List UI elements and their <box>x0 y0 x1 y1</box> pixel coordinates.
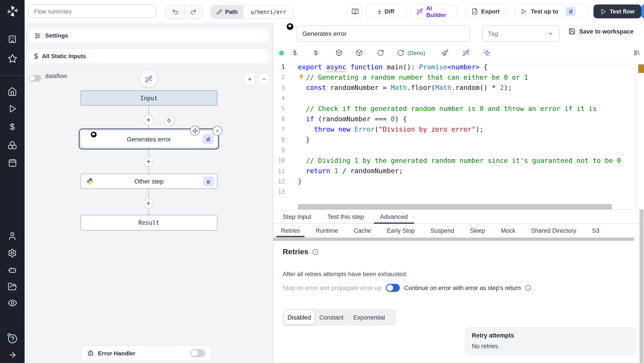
sidebar-item-workers[interactable] <box>0 262 24 277</box>
export-button[interactable]: Export <box>465 5 506 18</box>
undo-button[interactable] <box>166 5 184 18</box>
subtab-suspend[interactable]: Suspend <box>426 224 459 237</box>
sidebar-item-help[interactable] <box>0 331 24 346</box>
move-step-handle[interactable] <box>190 126 200 136</box>
code-line[interactable]: 5 // Check if the generated random numbe… <box>273 103 636 114</box>
add-step-button[interactable] <box>143 156 154 167</box>
diff-button[interactable]: ± Diff <box>366 5 406 18</box>
code-line[interactable]: 13 <box>273 187 636 197</box>
all-static-inputs-button[interactable]: $ All Static Inputs <box>28 48 270 64</box>
flow-node-other-step[interactable]: Other step e <box>80 174 217 189</box>
flow-node-generates-error[interactable]: TS Generates error d <box>80 130 217 148</box>
error-handler-toggle[interactable] <box>190 349 205 357</box>
ai-builder-button[interactable]: AI Builder <box>410 5 457 18</box>
subtab-sleep[interactable]: Sleep <box>465 224 490 237</box>
flow-settings-button[interactable]: Settings <box>28 28 270 44</box>
path-edit-button[interactable]: Path <box>211 5 243 18</box>
subtab-retries[interactable]: Retries <box>276 224 304 237</box>
subtab-early-stop[interactable]: Early Stop <box>382 224 419 237</box>
library-panel-icon[interactable] <box>633 49 640 56</box>
package-icon[interactable] <box>356 49 363 56</box>
refresh-icon[interactable] <box>377 49 384 56</box>
retry-mode-constant[interactable]: Constant <box>314 310 348 324</box>
code-line[interactable]: 3 const randomNumber = Math.floor(Math.r… <box>273 83 636 93</box>
subtab-cache[interactable]: Cache <box>349 224 376 237</box>
sidebar-item-users[interactable] <box>0 228 24 243</box>
flow-node-input[interactable]: Input <box>80 90 217 106</box>
zoom-in-button[interactable]: + <box>244 73 255 85</box>
magic-wand-icon[interactable] <box>462 49 470 56</box>
code-line[interactable]: 4 <box>273 93 636 104</box>
zoom-out-button[interactable]: − <box>258 73 270 85</box>
panel-vertical-scrollbar[interactable] <box>640 209 644 363</box>
add-step-button[interactable] <box>143 198 154 208</box>
package-icon[interactable] <box>336 49 342 56</box>
docs-button[interactable] <box>348 5 362 18</box>
continue-on-error-label[interactable]: Continue on error with error as step's r… <box>404 284 520 291</box>
calendar-icon <box>8 158 17 167</box>
chevron-down-icon <box>548 31 554 37</box>
sidebar-item-favorites[interactable] <box>0 51 24 66</box>
test-flow-button[interactable]: Test flow <box>594 5 641 18</box>
code-line[interactable]: 10 // Dividing 1 by the generated random… <box>273 156 636 166</box>
code-line[interactable]: 11 return 1 / randomNumber; <box>273 166 636 176</box>
sidebar-item-resources[interactable] <box>0 137 24 153</box>
code-line[interactable]: 8 } <box>273 135 636 145</box>
subtab-shared-directory[interactable]: Shared Directory <box>526 224 581 237</box>
code-line[interactable]: 9 <box>273 145 636 156</box>
sparkles-icon[interactable] <box>484 49 490 56</box>
sidebar-item-audit-logs[interactable] <box>0 295 24 311</box>
stop-on-error-label[interactable]: Stop on error and propagate error up <box>283 284 381 291</box>
editor-horizontal-scrollbar[interactable] <box>298 204 612 209</box>
ai-flow-wand-button[interactable] <box>140 70 157 87</box>
subtab-mock[interactable]: Mock <box>496 224 520 237</box>
dollar-icon[interactable]: $ <box>293 49 297 56</box>
dollar-icon[interactable]: $ <box>314 49 318 56</box>
step-name-input[interactable] <box>296 26 470 42</box>
sidebar-item-home[interactable] <box>0 84 24 99</box>
code-line[interactable]: 7 throw new Error("Division by zero erro… <box>273 124 636 135</box>
add-trigger-button[interactable] <box>164 115 174 126</box>
code-line[interactable]: 12} <box>273 176 636 187</box>
redo-button[interactable] <box>184 5 202 18</box>
info-icon[interactable] <box>525 285 532 291</box>
subtab-s3[interactable]: S3 <box>588 224 604 237</box>
dataflow-toggle[interactable] <box>29 75 41 82</box>
delete-step-button[interactable] <box>212 126 222 136</box>
deploy-button-partial[interactable] <box>641 5 644 18</box>
info-icon[interactable] <box>312 249 318 255</box>
flow-summary-input[interactable] <box>28 5 156 18</box>
add-step-button[interactable] <box>143 115 154 125</box>
sidebar-item-folders[interactable] <box>0 279 24 294</box>
code-line[interactable]: 2 // Generating a random number that can… <box>273 72 636 83</box>
test-up-to-step-badge[interactable]: d <box>566 7 576 16</box>
sidebar-expand-button[interactable] <box>0 347 24 362</box>
tag-select[interactable]: Tag <box>482 26 560 42</box>
code-line[interactable]: 1export async function main(): Promise<n… <box>273 62 636 72</box>
sidebar-item-schedules[interactable] <box>0 155 24 171</box>
error-handler-node[interactable]: Error Handler <box>81 345 212 361</box>
code-text: // Dividing 1 by the generated random nu… <box>298 157 621 165</box>
sidebar-item-settings[interactable] <box>0 245 24 260</box>
sidebar-item-variables[interactable]: $ <box>0 120 24 135</box>
continue-on-error-toggle[interactable] <box>386 284 400 292</box>
lightbulb-icon[interactable] <box>299 74 304 80</box>
code-editor[interactable]: 1export async function main(): Promise<n… <box>273 62 636 204</box>
gear-icon <box>8 248 17 258</box>
save-to-workspace-button[interactable]: Save to workspace <box>568 28 634 35</box>
flow-node-result[interactable]: Result <box>80 215 217 230</box>
sidebar-item-runs[interactable] <box>0 101 24 116</box>
tab-step-input[interactable]: Step Input <box>276 210 318 223</box>
tab-advanced[interactable]: Advanced <box>374 210 414 223</box>
subtab-runtime[interactable]: Runtime <box>311 224 343 237</box>
test-up-to-button[interactable]: Test up to d <box>515 5 590 18</box>
windmill-logo[interactable] <box>0 4 24 19</box>
subtabs-scrollbar[interactable] <box>273 238 634 241</box>
refresh-icon[interactable] <box>397 49 404 56</box>
tab-test-this-step[interactable]: Test this step <box>321 210 370 223</box>
retry-mode-exponential[interactable]: Exponential <box>348 310 390 324</box>
sidebar-item-workspace[interactable] <box>0 31 24 47</box>
retry-mode-disabled[interactable]: Disabled <box>284 310 314 324</box>
paintbrush-icon[interactable] <box>442 49 448 56</box>
code-line[interactable]: 6 if (randomNumber === 0) { <box>273 114 636 124</box>
